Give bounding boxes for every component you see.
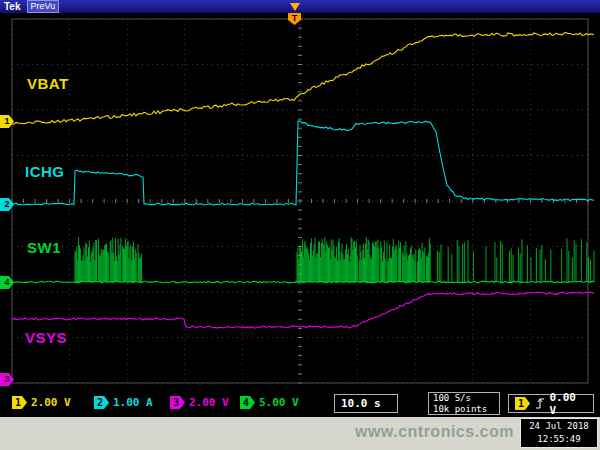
channel-3-badge: 3 bbox=[170, 396, 185, 409]
channel-3-readout: 3 2.00 V bbox=[170, 396, 229, 409]
acquisition-readout: 100 S/s 10k points bbox=[428, 392, 500, 415]
channel-3-scale: 2.00 V bbox=[189, 396, 229, 409]
channel-1-readout: 1 2.00 V bbox=[12, 396, 71, 409]
channel-4-scale: 5.00 V bbox=[259, 396, 299, 409]
channel-1-scale: 2.00 V bbox=[31, 396, 71, 409]
channel-label-sw1: SW1 bbox=[27, 239, 61, 256]
record-length: 10k points bbox=[433, 404, 495, 415]
graticule-area: T VBAT ICHG SW1 VSYS 1 2 4 3 bbox=[0, 13, 600, 391]
trigger-source-badge: 1 bbox=[515, 397, 530, 410]
waveform-display bbox=[0, 13, 600, 391]
timebase-readout: 10.0 s bbox=[334, 394, 398, 413]
trigger-position-marker-icon bbox=[290, 3, 300, 11]
watermark-text: www.cntronics.com bbox=[355, 423, 514, 441]
datetime-stamp: 24 Jul 2018 12:55:49 bbox=[520, 418, 598, 448]
bottom-strip: www.cntronics.com 24 Jul 2018 12:55:49 bbox=[0, 417, 600, 450]
channel-2-badge: 2 bbox=[94, 396, 109, 409]
measurement-readout-bar: 1 2.00 V 2 1.00 A 3 2.00 V 4 5.00 V 10.0… bbox=[0, 391, 600, 417]
date-value: 24 Jul 2018 bbox=[521, 420, 597, 433]
time-value: 12:55:49 bbox=[521, 433, 597, 446]
sample-rate: 100 S/s bbox=[433, 393, 495, 404]
channel-4-readout: 4 5.00 V bbox=[240, 396, 299, 409]
timebase-value: 10.0 s bbox=[341, 397, 381, 410]
brand-logo: Tek bbox=[4, 0, 21, 13]
channel-label-vbat: VBAT bbox=[27, 75, 69, 92]
status-bar: Tek PreVu bbox=[0, 0, 600, 13]
rising-edge-icon bbox=[535, 397, 544, 410]
channel-1-badge: 1 bbox=[12, 396, 27, 409]
channel-2-readout: 2 1.00 A bbox=[94, 396, 153, 409]
trigger-readout: 1 0.00 V bbox=[508, 394, 594, 413]
channel-4-badge: 4 bbox=[240, 396, 255, 409]
channel-label-vsys: VSYS bbox=[25, 329, 67, 346]
channel-2-scale: 1.00 A bbox=[113, 396, 153, 409]
channel-label-ichg: ICHG bbox=[25, 163, 65, 180]
acquisition-mode-badge: PreVu bbox=[27, 0, 60, 13]
trigger-level: 0.00 V bbox=[549, 391, 587, 417]
oscilloscope-screen: Tek PreVu T VBAT ICHG SW1 VSYS 1 2 4 3 1… bbox=[0, 0, 600, 417]
